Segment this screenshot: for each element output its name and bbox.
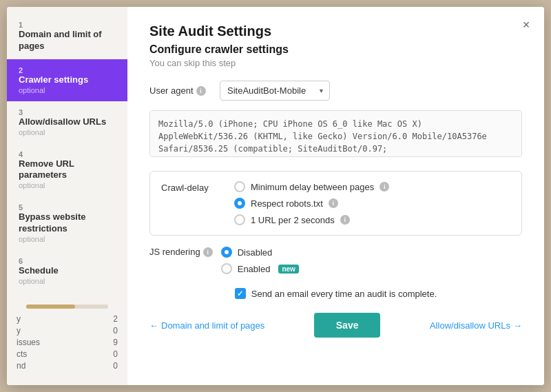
email-checkbox-label: Send an email every time an audit is com… (251, 289, 437, 299)
js-radio-disabled[interactable] (221, 247, 232, 258)
crawl-delay-box: Crawl-delay Minimum delay between pages … (149, 171, 522, 236)
sidebar-item-6[interactable]: 6 Schedule optional (7, 250, 127, 292)
sidebar-progress-fill (26, 305, 75, 309)
crawl-radio-respect-robots[interactable] (234, 198, 245, 209)
sidebar-bg-data: y 2 y 0 issues 9 cts 0 nd 0 (7, 298, 127, 377)
data-row-2: y 0 (17, 326, 118, 336)
js-rendering-options: Disabled Enabled new (221, 247, 299, 274)
sidebar-item-5[interactable]: 5 Bypass website restrictions optional (7, 196, 127, 250)
modal: 1 Domain and limit of pages 2 Crawler se… (7, 7, 544, 385)
data-row-value-3: 9 (113, 338, 118, 347)
email-checkbox-row: Send an email every time an audit is com… (149, 288, 522, 299)
data-row-label-3: issues (17, 338, 40, 347)
crawl-option-respect-robots-info[interactable]: i (329, 198, 338, 208)
sidebar-step-label-3: Allow/disallow URLs (19, 116, 118, 128)
data-row-3: issues 9 (17, 338, 118, 347)
js-radio-enabled[interactable] (221, 263, 232, 274)
data-row-value-1: 2 (113, 314, 118, 324)
data-row-value-2: 0 (113, 326, 118, 336)
sidebar-step-num-3: 3 (19, 108, 118, 116)
crawl-option-respect-robots[interactable]: Respect robots.txt i (234, 198, 389, 209)
sidebar-step-label-4: Remove URL parameters (19, 158, 118, 182)
modal-title: Site Audit Settings (149, 23, 522, 39)
sidebar-item-4[interactable]: 4 Remove URL parameters optional (7, 143, 127, 197)
skip-text: You can skip this step (149, 58, 522, 68)
close-button[interactable]: × (518, 17, 534, 33)
forward-arrow-icon: → (513, 320, 522, 331)
data-row-label-1: y (17, 314, 21, 324)
sidebar-step-optional-5: optional (19, 235, 118, 243)
crawl-option-min-delay[interactable]: Minimum delay between pages i (234, 181, 389, 192)
sidebar-step-num-1: 1 (19, 21, 118, 29)
user-agent-select-wrapper: SiteAuditBot-Mobile SiteAuditBot Googleb… (220, 81, 330, 101)
user-agent-row: User agent i SiteAuditBot-Mobile SiteAud… (149, 81, 522, 101)
crawl-option-respect-robots-label: Respect robots.txt (251, 198, 323, 209)
sidebar-step-optional-6: optional (19, 277, 118, 285)
email-checkbox[interactable] (235, 288, 246, 299)
sidebar-step-label-2: Crawler settings (19, 74, 118, 86)
data-row-1: y 2 (17, 314, 118, 324)
forward-link-label: Allow/disallow URLs (430, 320, 510, 331)
main-content: × Site Audit Settings Configure crawler … (127, 7, 544, 385)
sidebar-step-optional-4: optional (19, 181, 118, 189)
crawl-option-one-url-info[interactable]: i (340, 215, 350, 225)
data-row-value-5: 0 (113, 361, 118, 371)
js-rendering-row: JS rendering i Disabled Enabled new (149, 247, 522, 274)
crawl-radio-one-url[interactable] (234, 214, 245, 225)
js-rendering-label-text: JS rendering (149, 247, 200, 257)
sidebar-step-num-2: 2 (19, 66, 118, 74)
back-link-label: Domain and limit of pages (161, 320, 264, 331)
user-agent-select[interactable]: SiteAuditBot-Mobile SiteAuditBot Googleb… (220, 81, 330, 101)
footer-nav: ← Domain and limit of pages Save Allow/d… (149, 313, 522, 338)
data-row-label-4: cts (17, 349, 27, 359)
js-option-enabled-badge: new (278, 265, 298, 274)
sidebar-step-label-6: Schedule (19, 265, 118, 277)
data-row-5: nd 0 (17, 361, 118, 371)
back-arrow-icon: ← (149, 320, 158, 331)
user-agent-label: User agent i (149, 85, 211, 96)
sidebar-item-2[interactable]: 2 Crawler settings optional (7, 59, 127, 101)
data-row-value-4: 0 (113, 349, 118, 359)
save-button[interactable]: Save (314, 313, 381, 338)
user-agent-label-text: User agent (149, 85, 194, 96)
data-row-label-5: nd (17, 361, 25, 371)
ua-string-textarea[interactable]: Mozilla/5.0 (iPhone; CPU iPhone OS 6_0 l… (149, 110, 522, 157)
crawl-option-min-delay-info[interactable]: i (380, 182, 389, 192)
sidebar-step-num-4: 4 (19, 150, 118, 158)
crawl-option-min-delay-label: Minimum delay between pages (251, 182, 374, 192)
forward-link[interactable]: Allow/disallow URLs → (430, 320, 522, 331)
crawl-radio-min-delay[interactable] (234, 181, 245, 192)
js-option-enabled-label: Enabled (238, 264, 271, 274)
js-rendering-info-icon[interactable]: i (203, 247, 213, 257)
sidebar-step-num-6: 6 (19, 257, 118, 265)
data-row-4: cts 0 (17, 349, 118, 359)
data-row-label-2: y (17, 326, 21, 336)
sidebar-item-3[interactable]: 3 Allow/disallow URLs optional (7, 101, 127, 143)
sidebar: 1 Domain and limit of pages 2 Crawler se… (7, 7, 127, 385)
sidebar-step-label-1: Domain and limit of pages (19, 29, 118, 52)
js-rendering-label: JS rendering i (149, 247, 213, 257)
sidebar-item-1[interactable]: 1 Domain and limit of pages (7, 14, 127, 59)
section-title: Configure crawler settings (149, 43, 522, 56)
crawl-delay-label: Crawl-delay (161, 181, 223, 193)
crawl-option-one-url-label: 1 URL per 2 seconds (251, 215, 335, 225)
sidebar-progress (26, 305, 108, 309)
js-option-disabled-label: Disabled (238, 247, 273, 258)
js-option-enabled[interactable]: Enabled new (221, 263, 299, 274)
back-link[interactable]: ← Domain and limit of pages (149, 320, 264, 331)
js-option-disabled[interactable]: Disabled (221, 247, 299, 258)
crawl-delay-options: Minimum delay between pages i Respect ro… (234, 181, 389, 225)
sidebar-step-num-5: 5 (19, 203, 118, 212)
sidebar-step-optional-3: optional (19, 128, 118, 136)
crawl-option-one-url[interactable]: 1 URL per 2 seconds i (234, 214, 389, 225)
sidebar-step-optional-2: optional (19, 86, 118, 94)
user-agent-info-icon[interactable]: i (196, 86, 206, 96)
sidebar-step-label-5: Bypass website restrictions (19, 212, 118, 235)
